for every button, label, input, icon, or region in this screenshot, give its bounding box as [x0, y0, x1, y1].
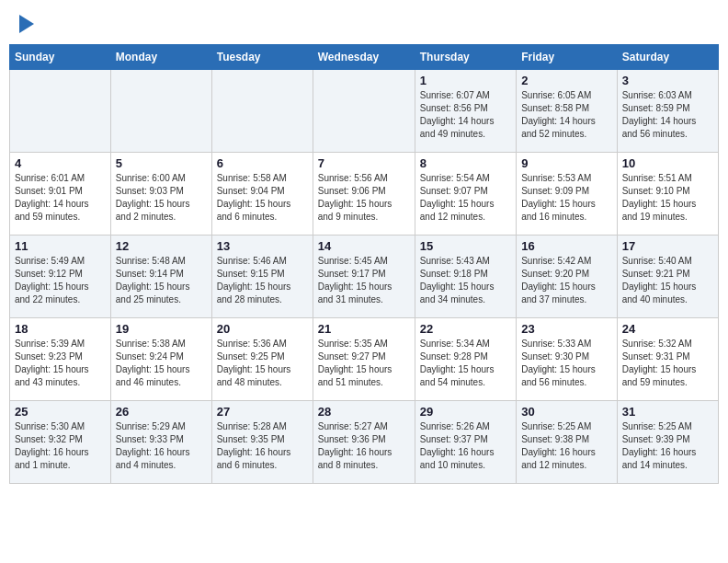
day-number: 20: [217, 322, 308, 336]
logo-arrow-icon: [19, 15, 34, 33]
day-detail: Sunrise: 6:07 AM Sunset: 8:56 PM Dayligh…: [420, 89, 511, 141]
logo: [17, 13, 34, 33]
day-detail: Sunrise: 5:28 AM Sunset: 9:35 PM Dayligh…: [217, 420, 308, 472]
week-row-3: 11Sunrise: 5:49 AM Sunset: 9:12 PM Dayli…: [10, 236, 719, 318]
day-number: 9: [521, 156, 612, 170]
calendar-cell: 5Sunrise: 6:00 AM Sunset: 9:03 PM Daylig…: [110, 153, 211, 236]
calendar-cell: 4Sunrise: 6:01 AM Sunset: 9:01 PM Daylig…: [10, 153, 111, 236]
week-row-2: 4Sunrise: 6:01 AM Sunset: 9:01 PM Daylig…: [10, 153, 719, 236]
day-detail: Sunrise: 5:33 AM Sunset: 9:30 PM Dayligh…: [521, 338, 612, 389]
day-detail: Sunrise: 5:46 AM Sunset: 9:15 PM Dayligh…: [217, 255, 308, 306]
day-number: 13: [217, 239, 308, 253]
day-detail: Sunrise: 6:05 AM Sunset: 8:58 PM Dayligh…: [521, 89, 612, 141]
day-detail: Sunrise: 5:56 AM Sunset: 9:06 PM Dayligh…: [318, 172, 410, 224]
day-number: 25: [15, 405, 106, 419]
weekday-header-tuesday: Tuesday: [211, 45, 313, 70]
day-number: 18: [15, 322, 106, 336]
day-number: 15: [420, 239, 511, 253]
day-detail: Sunrise: 5:43 AM Sunset: 9:18 PM Dayligh…: [420, 255, 511, 306]
day-number: 17: [622, 239, 713, 253]
calendar-cell: 19Sunrise: 5:38 AM Sunset: 9:24 PM Dayli…: [110, 318, 211, 401]
day-number: 8: [420, 156, 511, 170]
day-detail: Sunrise: 5:51 AM Sunset: 9:10 PM Dayligh…: [622, 172, 713, 224]
day-number: 29: [420, 405, 511, 419]
week-row-1: 1Sunrise: 6:07 AM Sunset: 8:56 PM Daylig…: [10, 70, 719, 153]
page-header: [9, 9, 719, 37]
day-detail: Sunrise: 5:48 AM Sunset: 9:14 PM Dayligh…: [116, 255, 207, 306]
calendar-cell: 9Sunrise: 5:53 AM Sunset: 9:09 PM Daylig…: [517, 153, 618, 236]
calendar-table: SundayMondayTuesdayWednesdayThursdayFrid…: [9, 44, 719, 484]
day-number: 26: [116, 405, 207, 419]
day-detail: Sunrise: 6:00 AM Sunset: 9:03 PM Dayligh…: [116, 172, 207, 224]
day-detail: Sunrise: 5:34 AM Sunset: 9:28 PM Dayligh…: [420, 338, 511, 389]
day-detail: Sunrise: 5:45 AM Sunset: 9:17 PM Dayligh…: [318, 255, 410, 306]
calendar-cell: 29Sunrise: 5:26 AM Sunset: 9:37 PM Dayli…: [415, 401, 516, 484]
day-detail: Sunrise: 5:36 AM Sunset: 9:25 PM Dayligh…: [217, 338, 308, 389]
weekday-header-saturday: Saturday: [617, 45, 718, 70]
day-number: 24: [622, 322, 713, 336]
calendar-cell: [211, 70, 313, 153]
calendar-cell: 20Sunrise: 5:36 AM Sunset: 9:25 PM Dayli…: [211, 318, 313, 401]
day-number: 6: [217, 156, 308, 170]
day-detail: Sunrise: 5:35 AM Sunset: 9:27 PM Dayligh…: [318, 338, 410, 389]
day-detail: Sunrise: 5:49 AM Sunset: 9:12 PM Dayligh…: [15, 255, 106, 306]
weekday-header-row: SundayMondayTuesdayWednesdayThursdayFrid…: [10, 45, 719, 70]
day-detail: Sunrise: 5:27 AM Sunset: 9:36 PM Dayligh…: [318, 420, 410, 472]
day-number: 7: [318, 156, 410, 170]
calendar-cell: [10, 70, 111, 153]
calendar-cell: 14Sunrise: 5:45 AM Sunset: 9:17 PM Dayli…: [313, 236, 415, 318]
week-row-4: 18Sunrise: 5:39 AM Sunset: 9:23 PM Dayli…: [10, 318, 719, 401]
day-number: 21: [318, 322, 410, 336]
day-number: 11: [15, 239, 106, 253]
calendar-cell: 13Sunrise: 5:46 AM Sunset: 9:15 PM Dayli…: [211, 236, 313, 318]
weekday-header-thursday: Thursday: [415, 45, 516, 70]
day-number: 14: [318, 239, 410, 253]
calendar-cell: 16Sunrise: 5:42 AM Sunset: 9:20 PM Dayli…: [517, 236, 618, 318]
day-number: 3: [622, 74, 713, 87]
week-row-5: 25Sunrise: 5:30 AM Sunset: 9:32 PM Dayli…: [10, 401, 719, 484]
calendar-cell: 31Sunrise: 5:25 AM Sunset: 9:39 PM Dayli…: [617, 401, 718, 484]
day-detail: Sunrise: 5:54 AM Sunset: 9:07 PM Dayligh…: [420, 172, 511, 224]
calendar-cell: 28Sunrise: 5:27 AM Sunset: 9:36 PM Dayli…: [313, 401, 415, 484]
calendar-cell: 25Sunrise: 5:30 AM Sunset: 9:32 PM Dayli…: [10, 401, 111, 484]
day-number: 2: [521, 74, 612, 87]
day-detail: Sunrise: 5:25 AM Sunset: 9:39 PM Dayligh…: [622, 420, 713, 472]
day-number: 5: [116, 156, 207, 170]
calendar-cell: 27Sunrise: 5:28 AM Sunset: 9:35 PM Dayli…: [211, 401, 313, 484]
calendar-cell: 30Sunrise: 5:25 AM Sunset: 9:38 PM Dayli…: [517, 401, 618, 484]
calendar-cell: 22Sunrise: 5:34 AM Sunset: 9:28 PM Dayli…: [415, 318, 516, 401]
day-number: 1: [420, 74, 511, 87]
calendar-cell: 11Sunrise: 5:49 AM Sunset: 9:12 PM Dayli…: [10, 236, 111, 318]
calendar-cell: [313, 70, 415, 153]
day-detail: Sunrise: 5:30 AM Sunset: 9:32 PM Dayligh…: [15, 420, 106, 472]
day-number: 10: [622, 156, 713, 170]
calendar-cell: 3Sunrise: 6:03 AM Sunset: 8:59 PM Daylig…: [617, 70, 718, 153]
day-detail: Sunrise: 5:53 AM Sunset: 9:09 PM Dayligh…: [521, 172, 612, 224]
calendar-cell: 6Sunrise: 5:58 AM Sunset: 9:04 PM Daylig…: [211, 153, 313, 236]
calendar-cell: 8Sunrise: 5:54 AM Sunset: 9:07 PM Daylig…: [415, 153, 516, 236]
calendar-cell: 23Sunrise: 5:33 AM Sunset: 9:30 PM Dayli…: [517, 318, 618, 401]
day-detail: Sunrise: 5:38 AM Sunset: 9:24 PM Dayligh…: [116, 338, 207, 389]
calendar-cell: 21Sunrise: 5:35 AM Sunset: 9:27 PM Dayli…: [313, 318, 415, 401]
calendar-cell: 24Sunrise: 5:32 AM Sunset: 9:31 PM Dayli…: [617, 318, 718, 401]
calendar-cell: 10Sunrise: 5:51 AM Sunset: 9:10 PM Dayli…: [617, 153, 718, 236]
day-detail: Sunrise: 5:26 AM Sunset: 9:37 PM Dayligh…: [420, 420, 511, 472]
day-detail: Sunrise: 5:40 AM Sunset: 9:21 PM Dayligh…: [622, 255, 713, 306]
day-detail: Sunrise: 5:29 AM Sunset: 9:33 PM Dayligh…: [116, 420, 207, 472]
weekday-header-wednesday: Wednesday: [313, 45, 415, 70]
day-number: 16: [521, 239, 612, 253]
day-detail: Sunrise: 5:42 AM Sunset: 9:20 PM Dayligh…: [521, 255, 612, 306]
day-number: 30: [521, 405, 612, 419]
calendar-cell: 26Sunrise: 5:29 AM Sunset: 9:33 PM Dayli…: [110, 401, 211, 484]
day-detail: Sunrise: 6:01 AM Sunset: 9:01 PM Dayligh…: [15, 172, 106, 224]
day-number: 23: [521, 322, 612, 336]
day-detail: Sunrise: 5:25 AM Sunset: 9:38 PM Dayligh…: [521, 420, 612, 472]
calendar-cell: 12Sunrise: 5:48 AM Sunset: 9:14 PM Dayli…: [110, 236, 211, 318]
day-number: 27: [217, 405, 308, 419]
calendar-cell: 7Sunrise: 5:56 AM Sunset: 9:06 PM Daylig…: [313, 153, 415, 236]
day-number: 22: [420, 322, 511, 336]
day-number: 12: [116, 239, 207, 253]
day-number: 31: [622, 405, 713, 419]
calendar-cell: 17Sunrise: 5:40 AM Sunset: 9:21 PM Dayli…: [617, 236, 718, 318]
weekday-header-monday: Monday: [110, 45, 211, 70]
